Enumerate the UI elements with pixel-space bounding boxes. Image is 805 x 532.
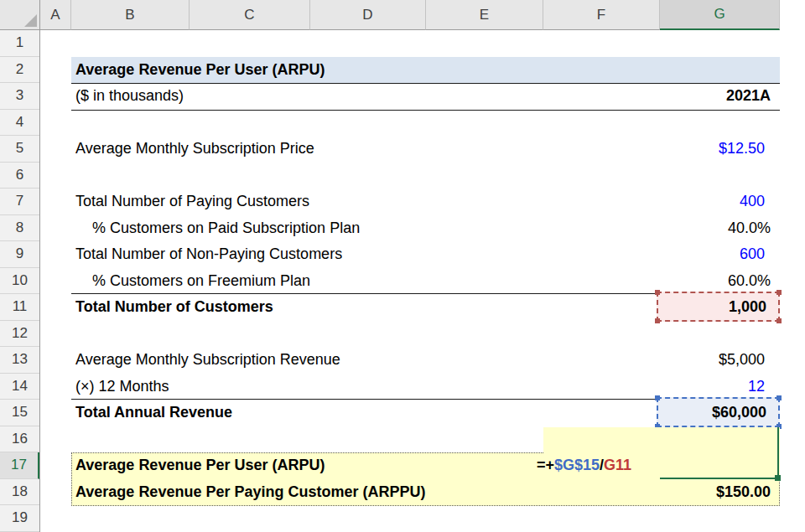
cell-period-header[interactable]: 2021A [660, 83, 780, 110]
cell-paying-customers-value[interactable]: 400 [660, 189, 780, 215]
row-header-6[interactable]: 6 [0, 163, 39, 189]
row-header-13[interactable]: 13 [0, 347, 39, 374]
range-handle [776, 395, 782, 400]
cell-border [71, 110, 780, 111]
referenced-cell-text: $60,000 [657, 397, 780, 427]
column-header-b[interactable]: B [71, 0, 190, 30]
select-all-triangle-icon [24, 14, 37, 27]
cell-arpu-label[interactable]: Average Revenue Per User (ARPU) [75, 452, 325, 479]
cell-units-note[interactable]: ($ in thousands) [75, 83, 184, 110]
cell-total-annual-revenue-label[interactable]: Total Annual Revenue [75, 400, 232, 426]
cell-non-paying-customers-label[interactable]: Total Number of Non-Paying Customers [75, 241, 342, 268]
active-cell-border-right [777, 427, 779, 479]
cell-pct-freemium-plan-label[interactable]: % Customers on Freemium Plan [92, 268, 310, 295]
cell-pct-freemium-plan-value[interactable]: 60.0% [660, 268, 780, 295]
cell-subscription-price-value[interactable]: $12.50 [660, 136, 780, 163]
cell-arppu-value[interactable]: $150.00 [660, 479, 780, 506]
referenced-cell-text: 1,000 [657, 292, 780, 322]
cell-non-paying-customers-value[interactable]: 600 [660, 241, 780, 268]
row-header-14[interactable]: 14 [0, 374, 39, 400]
formula-ref-red: G11 [604, 457, 631, 473]
header-filler [780, 0, 805, 30]
range-handle [655, 290, 660, 295]
cell-total-customers-label[interactable]: Total Number of Customers [75, 294, 273, 321]
row-header-18[interactable]: 18 [0, 479, 39, 506]
select-all-corner[interactable] [0, 0, 40, 30]
column-header-g-selected[interactable]: G [660, 0, 780, 30]
cell-months-multiplier-label[interactable]: (×) 12 Months [75, 374, 169, 400]
range-handle [655, 318, 660, 323]
row-header-12[interactable]: 12 [0, 321, 39, 348]
row-header-10[interactable]: 10 [0, 268, 39, 295]
formula-ref-blue: $G$15 [554, 457, 600, 473]
row-header-16[interactable]: 16 [0, 426, 39, 453]
row-header-4[interactable]: 4 [0, 110, 39, 137]
cell-pct-paid-plan-value[interactable]: 40.0% [660, 215, 780, 242]
row-header-8[interactable]: 8 [0, 215, 39, 242]
formula-equals-prefix: =+ [537, 457, 554, 473]
row-header-19[interactable]: 19 [0, 505, 39, 532]
cell-monthly-subscription-revenue-value[interactable]: $5,000 [660, 347, 780, 374]
worksheet-area: Average Revenue Per User (ARPU) ($ in th… [40, 30, 805, 532]
cell-monthly-subscription-revenue-label[interactable]: Average Monthly Subscription Revenue [75, 347, 340, 374]
cell-total-customers-value-referenced[interactable]: 1,000 [657, 292, 780, 322]
row-header-3[interactable]: 3 [0, 83, 39, 110]
cell-subscription-price-label[interactable]: Average Monthly Subscription Price [75, 136, 314, 163]
row-header-7[interactable]: 7 [0, 189, 39, 215]
row-header-11[interactable]: 11 [0, 294, 39, 321]
column-header-f[interactable]: F [543, 0, 660, 30]
column-header-strip: A B C D E F G [0, 0, 805, 30]
cell-arppu-label[interactable]: Average Revenue Per Paying Customer (ARP… [75, 479, 425, 506]
cell-paying-customers-label[interactable]: Total Number of Paying Customers [75, 189, 309, 215]
cell-title-arpu[interactable]: Average Revenue Per User (ARPU) [71, 57, 780, 84]
range-handle [776, 318, 782, 323]
row-header-5[interactable]: 5 [0, 136, 39, 163]
column-header-d[interactable]: D [310, 0, 426, 30]
column-header-a[interactable]: A [40, 0, 71, 30]
row-header-2[interactable]: 2 [0, 57, 39, 84]
cell-months-multiplier-value[interactable]: 12 [660, 374, 780, 400]
cell-total-annual-revenue-value-referenced[interactable]: $60,000 [657, 397, 780, 427]
range-handle [776, 290, 782, 295]
formula-editor-g17[interactable]: =+$G$15/G11 [537, 452, 631, 479]
row-header-1[interactable]: 1 [0, 30, 39, 57]
cell-pct-paid-plan-label[interactable]: % Customers on Paid Subscription Plan [92, 215, 360, 242]
row-header-17-active[interactable]: 17 [0, 452, 39, 479]
row-header-strip: 1 2 3 4 5 6 7 8 9 10 11 12 13 14 15 16 1… [0, 30, 40, 532]
range-handle [655, 395, 660, 400]
row-header-15[interactable]: 15 [0, 400, 39, 426]
column-header-c[interactable]: C [190, 0, 310, 30]
row-header-9[interactable]: 9 [0, 241, 39, 268]
column-header-e[interactable]: E [426, 0, 543, 30]
